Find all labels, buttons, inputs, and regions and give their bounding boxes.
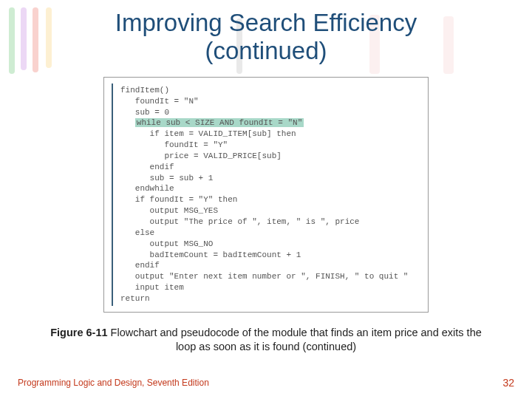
footer-page-number: 32 [502, 377, 514, 389]
code-line: else [120, 228, 422, 239]
pseudocode-box: findItem() foundIt = "N" sub = 0 while s… [103, 77, 429, 313]
code-line: sub = sub + 1 [120, 173, 422, 184]
slide-title-line1: Improving Search Efficiency [0, 9, 532, 37]
code-line: output "Enter next item number or ", FIN… [120, 271, 422, 282]
code-line: endwhile [120, 183, 422, 194]
code-line: foundIt = "Y" [120, 140, 422, 151]
code-line: output MSG_NO [120, 239, 422, 250]
figure-caption-text: Flowchart and pseudocode of the module t… [108, 327, 482, 352]
code-line: badItemCount = badItemCount + 1 [120, 250, 422, 261]
footer-book-title: Programming Logic and Design, Seventh Ed… [18, 378, 209, 388]
code-line: output MSG_YES [120, 205, 422, 216]
code-line: output "The price of ", item, " is ", pr… [120, 216, 422, 228]
title-container: Improving Search Efficiency (continued) [0, 0, 532, 71]
figure-number: Figure 6-11 [50, 327, 107, 338]
code-line: return [120, 293, 422, 304]
code-line: findItem() [120, 85, 422, 96]
pseudocode-content: findItem() foundIt = "N" sub = 0 while s… [112, 83, 428, 306]
code-line: endif [120, 162, 422, 173]
code-line: sub = 0 [120, 107, 422, 118]
code-line: endif [120, 260, 422, 271]
figure-caption: Figure 6-11 Flowchart and pseudocode of … [0, 326, 532, 354]
code-line-highlighted: while sub < SIZE AND foundIt = "N" [120, 117, 422, 129]
slide-title-line2: (continued) [0, 37, 532, 65]
code-line: foundIt = "N" [120, 96, 422, 107]
code-line: if foundIt = "Y" then [120, 194, 422, 205]
code-line: input item [120, 282, 422, 293]
code-line: price = VALID_PRICE[sub] [120, 151, 422, 162]
code-line: if item = VALID_ITEM[sub] then [120, 129, 422, 140]
slide-footer: Programming Logic and Design, Seventh Ed… [0, 377, 532, 389]
